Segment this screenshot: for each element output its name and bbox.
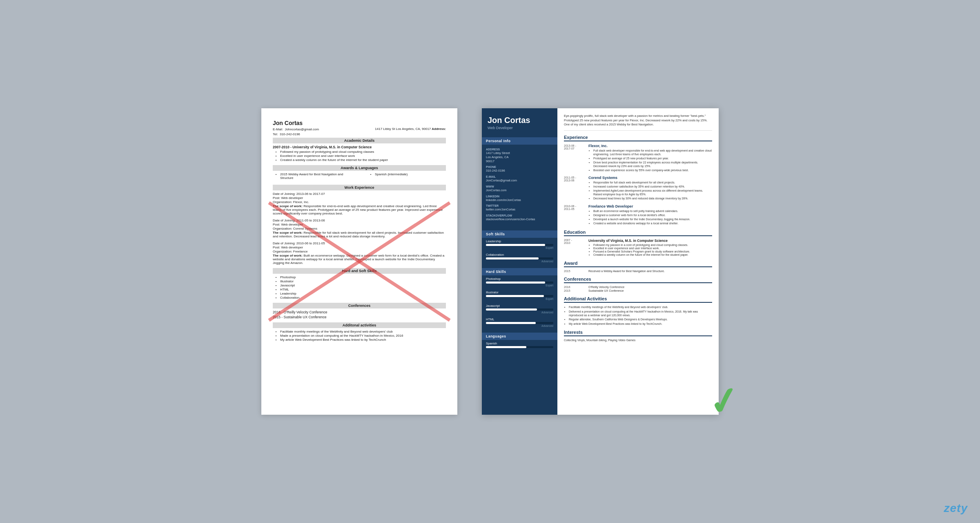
edu-date-0: 2007 - 2010 — [564, 239, 585, 257]
hard-skills-label: Hard Skills — [482, 268, 557, 275]
job-entry: Date of Joining: 2011-05 to 2013-06 Post… — [273, 219, 446, 238]
experience-header: Experience — [564, 135, 712, 141]
www-label: WWW — [486, 185, 553, 188]
skill-bar-bg — [486, 244, 553, 246]
info-stackoverflow: StackOverflow stackoverflow.com/users/Jo… — [486, 214, 553, 221]
list-item: Illustrator — [280, 279, 446, 283]
hard-skills-bars: PhotoshopExpertIllustratorExpertJavascri… — [482, 275, 557, 329]
left-address: 1417 Libby St Los Angeles, CA, 90017 — [375, 127, 431, 131]
conf-name-0: O'Reilly Velocity Conference — [588, 286, 712, 288]
skill-name: Leadership — [486, 239, 553, 243]
exp-bullets-0: Full stack web developer responsible for… — [593, 149, 712, 172]
right-title: Web Developer — [488, 126, 552, 130]
list-item: Full stack web developer responsible for… — [593, 149, 712, 156]
conf-entry-0: 2016 O'Reilly Velocity Conference — [564, 286, 712, 288]
phone-value: 310-242-0196 — [486, 169, 553, 173]
left-email-label: E-Mail: — [273, 127, 283, 131]
activities-header-right: Additional Activities — [564, 296, 712, 303]
info-www: WWW JonCortas.com — [486, 185, 553, 192]
skill-name: Javascript — [486, 304, 553, 308]
conf-name-1: Sustainable UX Conference — [588, 289, 712, 292]
job-entry: Date of Joining: 2010-06 to 2011-05 Post… — [273, 241, 446, 265]
list-item: Excelled in user experience and user int… — [593, 247, 712, 250]
skill-bar-bg — [486, 308, 553, 311]
email-value: JonCortas@gmail.com — [486, 179, 553, 183]
stackoverflow-value: stackoverflow.com/users/Jon-Cortas — [486, 217, 553, 221]
list-item: Drove best practice implementation for 2… — [593, 161, 712, 168]
award-section: Award 2015 Received a Webby Award for Be… — [564, 261, 712, 273]
job-date: Date of Joining: 2010-06 to 2011-05 — [273, 241, 446, 245]
skill-bar-fill — [486, 322, 536, 324]
list-item: Developed a launch website for the Indie… — [593, 217, 712, 221]
list-item: Regular attendee, Southern California We… — [569, 317, 712, 321]
languages-bars: Spanish — [482, 340, 557, 351]
skill-bar-item: Spanish — [482, 340, 557, 349]
job-scope: The scope of work: Built an ecommerce we… — [273, 254, 446, 265]
job-scope: The scope of work: Responsible for full … — [273, 231, 446, 238]
skill-bar-fill — [486, 257, 539, 259]
conf-entry-1: 2015 Sustainable UX Conference — [564, 289, 712, 292]
skill-bar-fill — [486, 295, 544, 297]
list-item: Facilitate monthly meetings of the Webfi… — [280, 330, 446, 333]
left-tel: 310-242-0196 — [280, 132, 300, 136]
job-org: Organization: Corend Systems — [273, 227, 446, 230]
exp-body-0: Flexor, Inc. Full stack web developer re… — [588, 144, 712, 173]
edu-bullets-0: Followed my passion in a core of prototy… — [593, 244, 712, 256]
exp-entry-2: 2010-06 - 2011-05 Freelance Web Develope… — [564, 204, 712, 226]
sidebar-personal-info: Address 1417 Libby Street Los Angeles, C… — [482, 145, 557, 227]
activities-header: Additonal activities — [273, 322, 446, 328]
skill-bar-bg — [486, 282, 553, 284]
sidebar-personal-label: Personal Info — [482, 137, 557, 145]
exp-company-0: Flexor, Inc. — [588, 144, 712, 148]
list-item: Photoshop — [280, 275, 446, 279]
award-year-0: 2015 — [564, 270, 585, 273]
job-org: Organization: Flexor, Inc. — [273, 200, 446, 204]
interests-header: Interests — [564, 330, 712, 336]
list-item: Delivered a presentation on cloud comput… — [569, 310, 712, 317]
address-value: 1417 Libby Street Los Angeles, CA 90017 — [486, 151, 553, 163]
list-item: Built an ecommerce webapp to sell potty … — [593, 209, 712, 213]
skill-bar-item: CollaborationAdvanced — [482, 251, 557, 264]
skill-name: Spanish — [486, 342, 553, 345]
conf-year-0: 2016 — [564, 286, 585, 288]
right-name: Jon Cortas — [488, 116, 552, 125]
twitter-value: twitter.com/JonCortas — [486, 208, 553, 212]
exp-bullets-1: Responsible for full stack web developme… — [593, 181, 712, 200]
skill-name: Collaboration — [486, 253, 553, 257]
exp-company-2: Freelance Web Developer — [588, 204, 712, 208]
list-item: Responsible for full stack web developme… — [593, 181, 712, 184]
list-item: Created a weekly column on the future of… — [593, 253, 712, 256]
conf-year-1: 2015 — [564, 289, 585, 292]
skill-level: Expert — [486, 246, 553, 249]
list-item: Prototyped an average of 25 new product … — [593, 156, 712, 160]
job-entry: Date of Joining: 2013-06 to 2017-07 Post… — [273, 192, 446, 215]
list-item: Spanish (intermediate) — [375, 172, 446, 176]
skill-bar-fill — [486, 308, 537, 311]
skill-bar-fill — [486, 282, 545, 284]
exp-bullets-2: Built an ecommerce webapp to sell potty … — [593, 209, 712, 225]
soft-skills-bars: LeadershipExpertCollaborationAdvanced — [482, 238, 557, 265]
job-date: Date of Joining: 2011-05 to 2013-06 — [273, 219, 446, 222]
linkedin-label: LinkedIn — [486, 195, 553, 198]
skill-bar-item: HTMLAdvanced — [482, 316, 557, 328]
right-sidebar: Jon Cortas Web Developer Personal Info A… — [482, 108, 557, 415]
edu-entry-0: 2007 - 2010 University of Virginia, M.S.… — [564, 239, 712, 257]
skill-bar-item: IllustratorExpert — [482, 289, 557, 301]
activities-list: Facilitate monthly meetings of the Webfi… — [280, 330, 446, 342]
job-org: Organization: Freelance — [273, 250, 446, 253]
exp-date-2: 2010-06 - 2011-05 — [564, 204, 585, 226]
awards-header: Awards & Languages — [273, 165, 446, 171]
list-item: Implemented Agile/Lean development proce… — [593, 189, 712, 196]
skill-level: Advanced — [486, 260, 553, 263]
skill-name: HTML — [486, 317, 553, 321]
work-header: Work Experience — [273, 185, 446, 190]
skill-bar-item: LeadershipExpert — [482, 238, 557, 250]
linkedin-value: linkedin.com/in/JonCortas — [486, 198, 553, 202]
academic-bullets: Followed my passion of prototyping and c… — [280, 150, 446, 162]
exp-company-1: Corend Systems — [588, 176, 712, 180]
exp-date-1: 2011-05 - 2013-06 — [564, 176, 585, 201]
left-address-label: Address: — [432, 127, 446, 131]
list-item: Collaboration — [280, 296, 446, 299]
right-main-content: Eye-poppingly prolific, full stack web d… — [557, 108, 719, 415]
info-twitter: Twitter twitter.com/JonCortas — [486, 204, 553, 212]
